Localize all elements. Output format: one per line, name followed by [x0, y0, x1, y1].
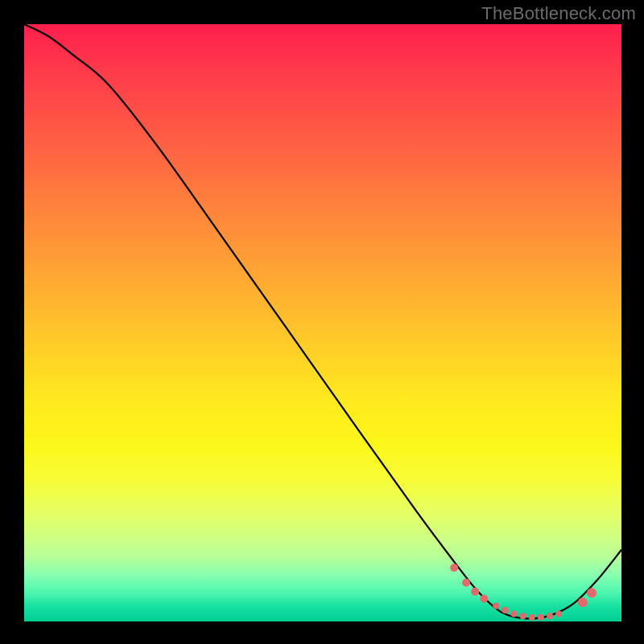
- marker-dot: [480, 595, 488, 603]
- marker-dot: [555, 610, 562, 617]
- marker-dot: [538, 614, 544, 621]
- marker-dot: [462, 579, 470, 587]
- marker-dot: [450, 564, 458, 572]
- chart-frame: TheBottleneck.com: [0, 0, 644, 644]
- curve-svg: [24, 24, 621, 621]
- marker-dot: [578, 597, 588, 607]
- watermark-text: TheBottleneck.com: [481, 3, 636, 24]
- marker-dot: [510, 610, 517, 617]
- marker-dot: [529, 614, 535, 621]
- plot-area: [24, 24, 621, 621]
- marker-dot: [520, 613, 526, 619]
- marker-dot: [493, 603, 499, 609]
- marker-dot: [471, 588, 479, 596]
- marker-dot: [587, 588, 597, 597]
- marker-dot: [547, 613, 553, 619]
- bottleneck-curve: [24, 24, 621, 618]
- marker-dot: [502, 607, 508, 613]
- marker-group: [450, 564, 597, 621]
